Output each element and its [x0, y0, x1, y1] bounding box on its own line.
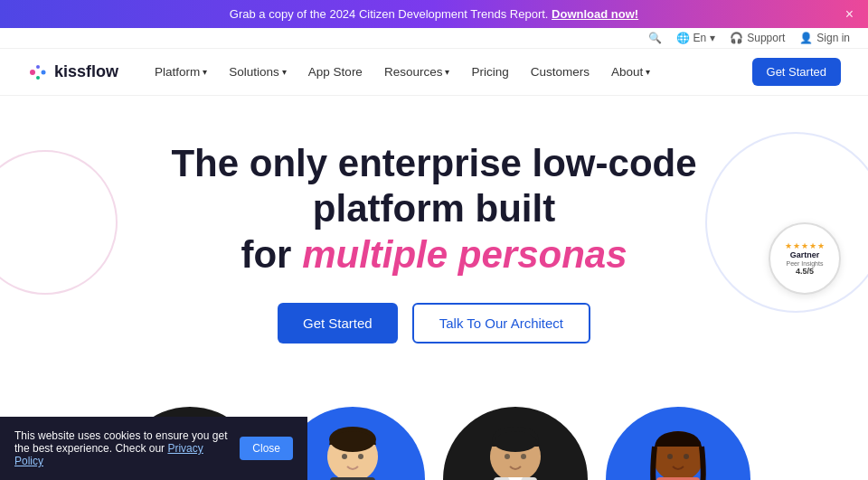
top-banner: Grab a copy of the 2024 Citizen Developm… — [0, 0, 868, 28]
headset-icon: 🎧 — [730, 32, 743, 44]
cookie-bar: This website uses cookies to ensure you … — [0, 417, 307, 480]
svg-point-0 — [30, 70, 35, 75]
hero-get-started-button[interactable]: Get Started — [278, 303, 398, 344]
cookie-text: This website uses cookies to ensure you … — [14, 429, 231, 467]
gartner-stars: ★★★★★ — [785, 241, 826, 250]
nav-customers[interactable]: Customers — [522, 60, 599, 84]
persona-process-owners: Process Owners — [443, 407, 588, 480]
nav-about[interactable]: About ▾ — [602, 60, 659, 84]
globe-icon: 🌐 — [676, 32, 690, 44]
support-label: Support — [747, 32, 785, 44]
gartner-name: Gartner — [790, 250, 820, 260]
logo-text: kissflow — [54, 62, 118, 81]
logo[interactable]: kissflow — [27, 61, 118, 83]
search-item[interactable]: 🔍 — [648, 32, 662, 44]
banner-link[interactable]: Download now! — [552, 7, 638, 21]
user-icon: 👤 — [799, 32, 813, 44]
svg-point-3 — [36, 76, 40, 80]
person-figure-process-owners — [443, 407, 588, 480]
svg-point-22 — [521, 454, 526, 459]
signin-link[interactable]: 👤 Sign in — [799, 32, 850, 44]
lang-label: En — [693, 32, 707, 44]
persona-avatar-business-users — [606, 407, 750, 480]
person-figure-business-users — [606, 407, 750, 480]
logo-icon — [27, 61, 49, 83]
banner-close[interactable]: × — [845, 6, 854, 23]
nav-links: Platform ▾ Solutions ▾ App Store Resourc… — [146, 60, 751, 84]
chevron-down-icon: ▾ — [710, 32, 715, 44]
signin-label: Sign in — [816, 32, 850, 44]
nav-get-started-button[interactable]: Get Started — [752, 58, 841, 86]
search-icon: 🔍 — [648, 32, 662, 44]
cookie-close-button[interactable]: Close — [240, 437, 293, 460]
svg-point-28 — [684, 454, 689, 459]
nav-resources[interactable]: Resources ▾ — [375, 60, 459, 84]
persona-business-users: Business Users — [606, 407, 750, 480]
chevron-down-icon: ▾ — [282, 67, 287, 77]
hero-headline-part1: The only enterprise low-code platform bu… — [171, 142, 696, 230]
gartner-sub: Peer Insights — [787, 260, 824, 267]
nav-app-store[interactable]: App Store — [299, 60, 372, 84]
svg-point-21 — [505, 454, 510, 459]
nav-right: Get Started — [752, 58, 841, 86]
persona-avatar-process-owners — [443, 407, 588, 480]
svg-point-1 — [36, 65, 40, 69]
gartner-badge: ★★★★★ Gartner Peer Insights 4.5/5 — [769, 222, 841, 295]
nav-pricing[interactable]: Pricing — [462, 60, 517, 84]
nav-solutions[interactable]: Solutions ▾ — [220, 60, 296, 84]
chevron-down-icon: ▾ — [445, 67, 449, 77]
hero-headline: The only enterprise low-code platform bu… — [118, 141, 750, 278]
support-link[interactable]: 🎧 Support — [730, 32, 785, 44]
deco-circle-left — [0, 150, 118, 295]
chevron-down-icon: ▾ — [203, 67, 207, 77]
language-selector[interactable]: 🌐 En ▾ — [676, 32, 716, 44]
hero-section: The only enterprise low-code platform bu… — [0, 96, 868, 407]
main-navbar: kissflow Platform ▾ Solutions ▾ App Stor… — [0, 49, 868, 96]
hero-talk-architect-button[interactable]: Talk To Our Architect — [412, 303, 590, 344]
nav-platform[interactable]: Platform ▾ — [146, 60, 216, 84]
top-nav-bar: 🔍 🌐 En ▾ 🎧 Support 👤 Sign in — [0, 28, 868, 49]
chevron-down-icon: ▾ — [646, 67, 650, 77]
banner-text: Grab a copy of the 2024 Citizen Developm… — [230, 7, 549, 21]
hero-headline-part2: for — [241, 233, 291, 276]
hero-buttons: Get Started Talk To Our Architect — [18, 303, 850, 344]
svg-point-15 — [342, 454, 347, 459]
svg-point-2 — [42, 70, 46, 74]
svg-point-16 — [358, 454, 363, 459]
svg-point-27 — [667, 454, 673, 459]
hero-headline-highlight: multiple personas — [302, 233, 627, 276]
gartner-rating: 4.5/5 — [796, 267, 814, 276]
